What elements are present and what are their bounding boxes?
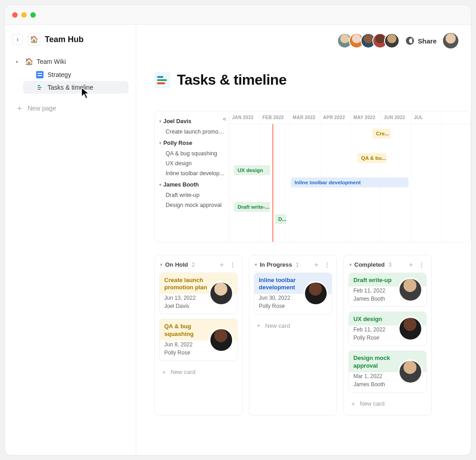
timeline-group-header[interactable]: ▾Polly Rose xyxy=(159,138,224,149)
workspace-header: ‹ 🏠 Team Hub xyxy=(12,33,129,46)
plus-icon: ＋ xyxy=(256,321,262,330)
tree-item-team-wiki[interactable]: ▾ 🏠 Team Wiki xyxy=(12,55,129,68)
kanban-column: ▾In Progress1＋⋮Inline toolbar developmen… xyxy=(249,255,337,416)
kanban-column: ▾Completed3＋⋮Draft write-upFeb 11, 2022J… xyxy=(343,255,432,416)
workspace-title: Team Hub xyxy=(45,35,84,44)
share-button[interactable]: Share xyxy=(406,37,437,45)
column-header[interactable]: ▾On Hold2＋⋮ xyxy=(159,260,238,273)
column-menu-button[interactable]: ⋮ xyxy=(228,261,237,268)
minimize-window-button[interactable] xyxy=(21,12,27,18)
page-tree: ▾ 🏠 Team Wiki Strategy T xyxy=(12,55,129,94)
assignee-avatar xyxy=(209,281,233,306)
close-window-button[interactable] xyxy=(12,12,18,18)
timeline-bar[interactable]: D... xyxy=(275,214,286,224)
timeline-bar[interactable]: Inline toolbar development xyxy=(291,177,409,187)
chevron-down-icon: ▾ xyxy=(159,141,162,145)
collapse-sidebar-button[interactable]: « xyxy=(223,115,226,122)
kanban-card[interactable]: Draft write-upFeb 11, 2022James Booth xyxy=(348,273,427,307)
workspace-icon: 🏠 xyxy=(28,33,40,46)
today-line xyxy=(272,124,273,242)
column-header[interactable]: ▾In Progress1＋⋮ xyxy=(254,260,332,273)
new-card-label: New card xyxy=(360,400,385,407)
column-count: 1 xyxy=(296,261,299,268)
new-card-button[interactable]: ＋New card xyxy=(159,365,238,379)
globe-icon xyxy=(406,37,414,45)
column-menu-button[interactable]: ⋮ xyxy=(418,261,426,268)
plus-icon: ＋ xyxy=(161,368,167,376)
tree-item-label: Tasks & timeline xyxy=(48,84,93,91)
timeline-task-row[interactable]: UX design xyxy=(159,158,224,168)
sidebar: ‹ 🏠 Team Hub ▾ 🏠 Team Wiki Strat xyxy=(5,25,136,455)
new-card-label: New card xyxy=(265,322,290,329)
column-count: 2 xyxy=(192,261,195,268)
collaborator-avatars[interactable] xyxy=(337,33,400,48)
timeline-bar[interactable]: Draft write-... xyxy=(234,202,270,212)
share-label: Share xyxy=(418,37,437,45)
kanban-column: ▾On Hold2＋⋮Create launch promotion planJ… xyxy=(154,255,243,416)
timeline-task-row[interactable]: Design mock approval xyxy=(159,200,224,210)
window-controls xyxy=(12,12,36,18)
timeline-icon xyxy=(36,84,44,91)
kanban-card[interactable]: UX designFeb 11, 2022Polly Rose xyxy=(348,311,427,346)
column-menu-button[interactable]: ⋮ xyxy=(323,261,331,268)
timeline-task-row[interactable]: Draft write-up xyxy=(159,190,224,200)
avatar[interactable] xyxy=(384,33,400,48)
timeline-month: JAN 2022 xyxy=(229,111,260,124)
kanban-card[interactable]: Inline toolbar developmentJun 30, 2022Po… xyxy=(254,273,332,315)
timeline-view: « ▾Joel DavisCreate launch promot...▾Pol… xyxy=(154,111,471,242)
plus-icon: ＋ xyxy=(16,105,23,112)
timeline-group-header[interactable]: ▾James Booth xyxy=(159,179,224,190)
new-page-label: New page xyxy=(28,105,56,112)
chevron-down-icon[interactable]: ▾ xyxy=(16,59,21,64)
timeline-bar[interactable]: UX design xyxy=(234,165,270,175)
page-title: Tasks & timeline xyxy=(177,72,286,88)
kanban-card[interactable]: Design mock approvalMar 1, 2022James Boo… xyxy=(348,350,427,393)
topbar: Share xyxy=(136,25,471,48)
column-title: In Progress xyxy=(260,261,292,268)
chevron-left-icon: ‹ xyxy=(17,36,19,43)
timeline-group-name: James Booth xyxy=(163,182,199,188)
timeline-grid[interactable]: JAN 2022FEB 2022MAR 2022APR 2022MAY 2022… xyxy=(229,111,471,242)
timeline-task-list: « ▾Joel DavisCreate launch promot...▾Pol… xyxy=(155,111,229,242)
tree-item-tasks-timeline[interactable]: Tasks & timeline xyxy=(23,81,129,94)
timeline-group-header[interactable]: ▾Joel Davis xyxy=(159,116,224,127)
back-button[interactable]: ‹ xyxy=(12,34,23,45)
timeline-task-row[interactable]: Create launch promot... xyxy=(159,127,224,137)
add-card-button[interactable]: ＋ xyxy=(218,261,226,269)
timeline-icon xyxy=(154,72,171,88)
add-card-button[interactable]: ＋ xyxy=(407,261,415,269)
column-title: On Hold xyxy=(165,261,188,268)
timeline-group-name: Polly Rose xyxy=(163,140,192,146)
timeline-month: JUL xyxy=(411,111,442,124)
chevron-down-icon: ▾ xyxy=(160,262,162,267)
kanban-board: ▾On Hold2＋⋮Create launch promotion planJ… xyxy=(136,242,471,416)
timeline-bar[interactable]: QA & bu... xyxy=(357,153,386,163)
new-card-label: New card xyxy=(171,369,195,375)
house-icon: 🏠 xyxy=(30,35,38,43)
assignee-avatar xyxy=(398,359,423,384)
timeline-month: FEB 2022 xyxy=(260,111,290,124)
app-window: ‹ 🏠 Team Hub ▾ 🏠 Team Wiki Strat xyxy=(5,5,471,455)
tree-item-strategy[interactable]: Strategy xyxy=(23,68,129,81)
page-header: Tasks & timeline xyxy=(136,48,471,106)
timeline-task-row[interactable]: QA & bug squashing xyxy=(159,149,224,158)
maximize-window-button[interactable] xyxy=(30,12,36,18)
tree-item-label: Strategy xyxy=(48,71,71,78)
timeline-bars-area: Cre...QA & bu...UX designInline toolbar … xyxy=(229,124,471,242)
new-card-button[interactable]: ＋New card xyxy=(348,397,427,411)
main-content: Share Tasks & timeline « ▾Joel DavisCrea… xyxy=(136,25,471,455)
current-user-avatar[interactable] xyxy=(443,33,458,48)
timeline-bar[interactable]: Cre... xyxy=(372,129,390,139)
document-icon xyxy=(36,71,44,78)
timeline-task-row[interactable]: Inline toolbar develop... xyxy=(159,168,224,178)
new-card-button[interactable]: ＋New card xyxy=(254,319,332,332)
assignee-avatar xyxy=(398,316,423,341)
titlebar xyxy=(5,5,471,25)
kanban-card[interactable]: Create launch promotion planJun 13, 2022… xyxy=(159,273,238,315)
kanban-card[interactable]: QA & bug squashingJun 8, 2022Polly Rose xyxy=(159,319,238,361)
timeline-month-header: JAN 2022FEB 2022MAR 2022APR 2022MAY 2022… xyxy=(229,111,471,124)
add-card-button[interactable]: ＋ xyxy=(312,261,320,269)
timeline-month: MAR 2022 xyxy=(290,111,320,124)
column-header[interactable]: ▾Completed3＋⋮ xyxy=(348,260,427,273)
new-page-button[interactable]: ＋ New page xyxy=(12,101,129,115)
